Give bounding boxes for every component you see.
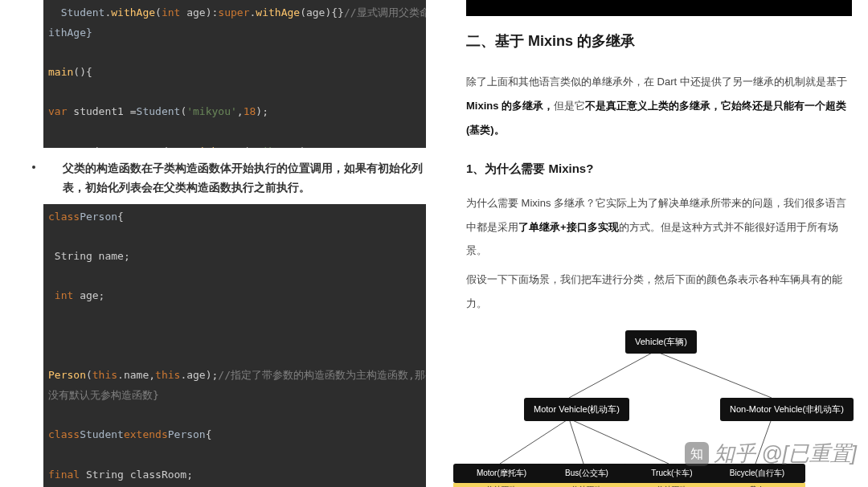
diagram-ability-strip: 汽油驱动 (538, 483, 635, 487)
paragraph-2: 为什么需要 Mixins 多继承？它实际上为了解决单继承所带来的问题，我们很多语… (466, 191, 852, 264)
diagram-leaf: Bus(公交车)汽油驱动电能驱动载人 (538, 464, 635, 487)
watermark-text: 知乎 @[已重置] (714, 440, 857, 468)
bullet-item: 父类的构造函数在子类构造函数体开始执行的位置调用，如果有初始化列表，初始化列表会… (32, 159, 426, 198)
zhihu-logo-icon: 知 (685, 442, 709, 466)
watermark: 知 知乎 @[已重置] (685, 440, 857, 468)
svg-line-4 (569, 419, 669, 464)
p1-seg-b: Mixins 的多继承， (466, 100, 554, 112)
svg-line-0 (569, 351, 655, 398)
bullet-text: 父类的构造函数在子类构造函数体开始执行的位置调用，如果有初始化列表，初始化列表会… (63, 159, 426, 198)
paragraph-3: 假设一下下面场景，我们把车进行分类，然后下面的颜色条表示各种车辆具有的能力。 (466, 268, 852, 316)
code-block-2: classPerson{ String name; int age; Perso… (43, 204, 426, 487)
diagram-leaf-head: Bus(公交车) (538, 464, 635, 483)
bullet-dot (32, 166, 35, 169)
diagram-ability-strip: 汽油驱动 (624, 483, 720, 487)
p1-seg-c: 但是它 (554, 100, 585, 112)
section-heading: 二、基于 Mixins 的多继承 (466, 31, 852, 52)
diagram-node-nonmotor: Non-Motor Vehicle(非机动车) (720, 398, 854, 421)
diagram-ability-strip: 汽油驱动 (453, 483, 550, 487)
left-column: Student.withAge(int age):super.withAge(a… (0, 0, 434, 487)
subsection-heading: 1、为什么需要 Mixins? (466, 162, 852, 177)
diagram-leaf: Motor(摩托车)汽油驱动载人 (453, 464, 550, 487)
right-column: 二、基于 Mixins 的多继承 除了上面和其他语言类似的单继承外，在 Dart… (434, 0, 868, 487)
diagram-leaf-head: Motor(摩托车) (453, 464, 550, 483)
svg-line-2 (500, 419, 569, 464)
p1-seg-a: 除了上面和其他语言类似的单继承外，在 Dart 中还提供了另一继承的机制就是基于 (466, 76, 847, 88)
diagram-ability-strip: 载人 (709, 483, 805, 487)
diagram-node-motor: Motor Vehicle(机动车) (524, 398, 629, 421)
black-bar (466, 0, 852, 16)
diagram-node-root: Vehicle(车辆) (625, 330, 697, 354)
svg-line-3 (569, 419, 583, 464)
p2-seg-b: 了单继承+接口多实现 (518, 221, 619, 233)
svg-line-1 (655, 351, 772, 398)
paragraph-1: 除了上面和其他语言类似的单继承外，在 Dart 中还提供了另一继承的机制就是基于… (466, 70, 852, 142)
code-block-1: Student.withAge(int age):super.withAge(a… (43, 0, 426, 148)
